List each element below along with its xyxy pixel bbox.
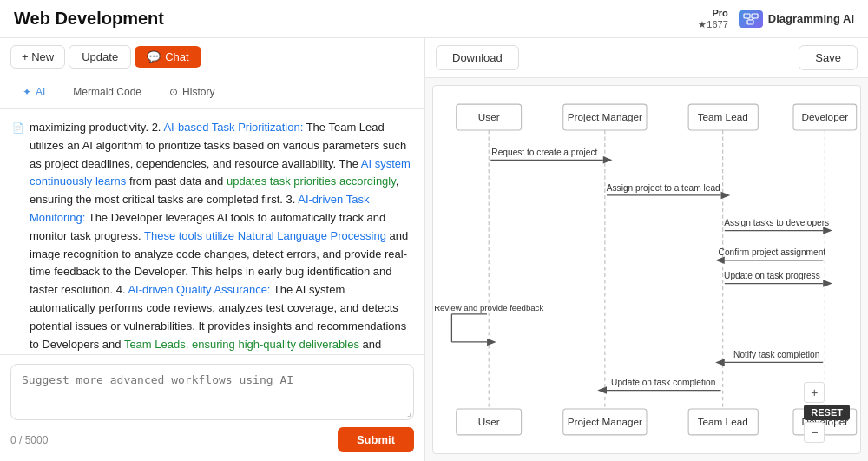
input-area: ⌟ 0 / 5000 Submit xyxy=(0,354,424,461)
left-panel: + New Update 💬 Chat ✦ AI Mermaid Code ⊙ … xyxy=(0,38,425,461)
svg-text:Update on task completion: Update on task completion xyxy=(611,378,715,387)
reset-button[interactable]: RESET xyxy=(804,405,850,420)
diagram-toolbar: Download Save xyxy=(425,38,868,78)
chat-input[interactable] xyxy=(11,365,413,417)
svg-rect-2 xyxy=(747,20,753,24)
tabs-row: + New Update 💬 Chat xyxy=(0,38,424,76)
resize-handle: ⌟ xyxy=(407,408,411,418)
svg-text:Request to create a project: Request to create a project xyxy=(491,148,597,157)
svg-marker-38 xyxy=(715,359,725,366)
svg-text:Assign project to a team lead: Assign project to a team lead xyxy=(607,183,720,193)
svg-text:Update on task progress: Update on task progress xyxy=(724,271,820,280)
svg-text:Developer: Developer xyxy=(802,111,849,122)
doc-indicator: 📄 xyxy=(12,121,24,136)
right-panel: Download Save User Project Manager Team … xyxy=(425,38,868,461)
secondary-tabs: ✦ AI Mermaid Code ⊙ History xyxy=(0,76,424,109)
svg-text:Review and provide feedback: Review and provide feedback xyxy=(434,303,543,313)
zoom-in-button[interactable]: + xyxy=(804,382,825,403)
tab-ai[interactable]: ✦ AI xyxy=(10,82,57,102)
tab-update[interactable]: Update xyxy=(69,45,131,69)
main-layout: + New Update 💬 Chat ✦ AI Mermaid Code ⊙ … xyxy=(0,38,868,461)
svg-text:Confirm project assignment: Confirm project assignment xyxy=(719,247,826,257)
svg-rect-1 xyxy=(752,14,758,18)
zoom-out-button[interactable]: − xyxy=(804,422,825,443)
chat-tab-icon: 💬 xyxy=(147,50,161,63)
save-button[interactable]: Save xyxy=(799,45,858,70)
svg-marker-21 xyxy=(721,192,731,200)
svg-marker-35 xyxy=(487,339,496,346)
svg-marker-41 xyxy=(597,386,607,394)
top-header: Web Development Pro ★1677 Diagramming AI xyxy=(0,0,868,38)
pro-badge: Pro ★1677 xyxy=(698,8,727,29)
svg-marker-30 xyxy=(823,280,832,287)
svg-text:Assign tasks to developers: Assign tasks to developers xyxy=(724,218,829,227)
svg-marker-18 xyxy=(603,156,613,164)
submit-button[interactable]: Submit xyxy=(338,427,414,452)
tab-chat[interactable]: 💬 Chat xyxy=(135,46,201,68)
diagram-area: User Project Manager Team Lead Developer xyxy=(432,85,861,454)
pro-label: Pro xyxy=(712,8,727,18)
svg-text:User: User xyxy=(478,111,500,122)
new-button[interactable]: + New xyxy=(10,45,65,69)
header-right: Pro ★1677 Diagramming AI xyxy=(698,8,854,29)
zoom-controls: + RESET − xyxy=(804,382,850,443)
app-name: Diagramming AI xyxy=(768,12,854,25)
header-left: Web Development xyxy=(14,9,164,29)
page-title: Web Development xyxy=(14,9,164,29)
char-count: 0 / 5000 xyxy=(10,434,48,446)
svg-text:Team Lead: Team Lead xyxy=(698,416,748,427)
download-button[interactable]: Download xyxy=(436,45,519,70)
chat-text: maximizing productivity. 2. AI-based Tas… xyxy=(30,119,412,354)
svg-text:Notify task completion: Notify task completion xyxy=(733,350,819,359)
svg-marker-27 xyxy=(715,257,725,265)
sequence-diagram: User Project Manager Team Lead Developer xyxy=(433,86,860,453)
ai-icon: ✦ xyxy=(23,86,31,98)
svg-text:User: User xyxy=(478,416,500,427)
svg-text:Project Manager: Project Manager xyxy=(568,111,642,122)
tab-history[interactable]: ⊙ History xyxy=(157,82,227,102)
svg-text:Project Manager: Project Manager xyxy=(568,416,642,427)
star-count: ★1677 xyxy=(698,19,727,30)
app-logo: Diagramming AI xyxy=(739,10,854,28)
logo-icon xyxy=(739,10,763,28)
svg-rect-0 xyxy=(744,14,750,18)
history-icon: ⊙ xyxy=(169,86,178,98)
svg-text:Team Lead: Team Lead xyxy=(698,111,748,122)
input-wrapper: ⌟ xyxy=(10,364,414,420)
chat-content: 📄 maximizing productivity. 2. AI-based T… xyxy=(0,109,424,354)
input-footer: 0 / 5000 Submit xyxy=(10,427,414,452)
svg-marker-24 xyxy=(823,227,832,234)
tab-mermaid[interactable]: Mermaid Code xyxy=(61,82,154,102)
